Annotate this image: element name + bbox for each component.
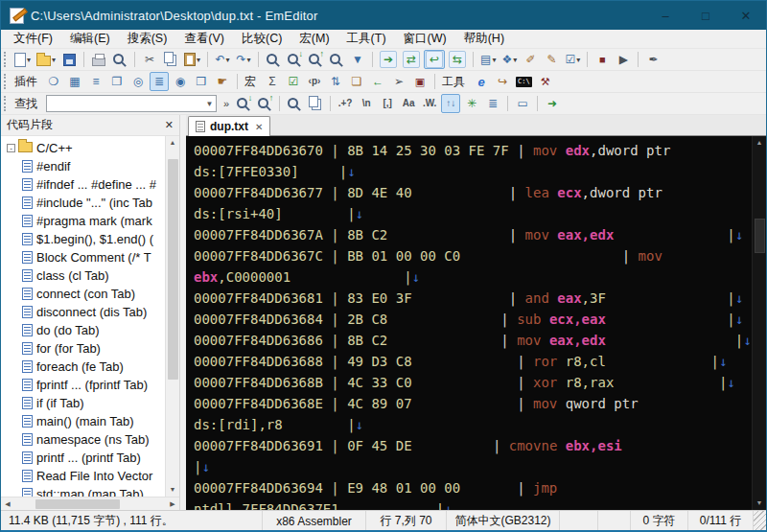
status-cell-1[interactable]: x86 Assembler [262,511,365,531]
plugin-window-list-button[interactable]: ❒ [192,72,211,91]
print-preview-button[interactable] [110,50,129,69]
macro-run-button[interactable]: ▶ [614,50,633,69]
status-cell-6[interactable]: 0 字符 [630,511,687,531]
menu-item-f[interactable]: 文件(F) [5,29,61,49]
scroll-thumb[interactable] [755,219,765,253]
plugin-open-documents-button[interactable]: ◉ [171,72,190,91]
tree-item-snippet[interactable]: printf ... (printf Tab) [5,449,165,467]
dropdown-arrow-icon[interactable]: ▾ [492,56,496,64]
menu-item-h[interactable]: 帮助(H) [455,29,513,49]
plugin-word-complete-button[interactable]: ☛ [213,72,232,91]
tree-item-root[interactable]: -C/C++ [5,139,165,157]
tool-hammer-button[interactable]: ⚒ [536,72,555,91]
tree-item-snippet[interactable]: #pragma mark (mark [5,212,165,230]
undo-button[interactable]: ↶▾ [213,50,232,69]
tree-item-snippet[interactable]: connect (con Tab) [5,285,165,303]
toolbar-overflow-chevron[interactable]: » [223,98,229,109]
maximize-button[interactable]: □ [686,1,726,30]
tree-item-snippet[interactable]: disconnect (dis Tab) [5,303,165,321]
macro-options-button[interactable]: ☑▾ [563,50,582,69]
macro-tag-button[interactable]: ‹p› [305,72,324,91]
tree-item-snippet[interactable]: Block Comment (/* T [5,248,165,266]
dropdown-arrow-icon[interactable]: ▾ [226,56,230,64]
menu-item-s[interactable]: 搜索(S) [119,29,176,49]
highlight-all-button[interactable]: ✳ [462,94,481,113]
menu-item-m[interactable]: 宏(M) [291,29,337,49]
status-cell-2[interactable]: 行 7,列 70 [365,511,446,531]
scroll-thumb[interactable] [168,159,178,380]
tree-item-snippet[interactable]: #endif [5,157,165,175]
tree-item-snippet[interactable]: #include "..." (inc Tab [5,194,165,212]
next-document-button[interactable]: ➜ [543,94,562,113]
snippets-horizontal-scrollbar[interactable]: ◀ ▶ [1,497,179,510]
scroll-right-icon[interactable]: ▶ [166,500,179,508]
menu-item-c[interactable]: 比较(C) [233,29,291,49]
search-direction-button[interactable]: ↑↓ [441,94,460,113]
tree-item-snippet[interactable]: class (cl Tab) [5,266,165,285]
dropdown-arrow-icon[interactable]: ▾ [513,56,517,64]
tool-exit-button[interactable]: ↪ [493,72,512,91]
editor-vertical-scrollbar[interactable]: ▲ ▼ [752,136,766,510]
find-next-button[interactable] [234,94,253,113]
plugin-explorer-button[interactable]: ❍ [44,72,63,91]
status-cell-4[interactable] [559,511,597,531]
tree-item-snippet[interactable]: for (for Tab) [5,339,165,358]
tree-item-snippet[interactable]: main() (main Tab) [5,412,165,430]
status-cell-5[interactable] [597,511,630,531]
plugin-search-button[interactable]: ◎ [128,72,148,91]
scroll-left-icon[interactable]: ◀ [1,500,14,508]
plugin-snippets-button[interactable]: ≣ [150,72,169,91]
expander-icon[interactable]: - [7,144,15,152]
copy-button[interactable] [161,50,180,69]
find-in-files-button[interactable] [285,50,304,69]
tab-close-icon[interactable]: ✕ [255,122,263,132]
redo-button[interactable]: ↷▾ [234,50,253,69]
status-cell-7[interactable]: 0/111 行 [687,511,753,531]
pin-button[interactable]: ✒ [643,50,662,69]
menu-item-v[interactable]: 查看(V) [175,29,233,49]
menu-item-t[interactable]: 工具(T) [338,29,395,49]
number-range-toggle-button[interactable]: [,] [378,94,397,113]
scroll-thumb[interactable] [35,499,120,509]
find-previous-button[interactable] [255,94,274,113]
toolbar-grip[interactable] [4,96,9,111]
regex-toggle-button[interactable]: .+? [336,94,355,113]
macro-select-button[interactable]: ➢ [389,72,408,91]
snippets-panel-close-icon[interactable]: ✕ [165,119,174,131]
tree-item-snippet[interactable]: #ifndef ... #define ... # [5,175,165,194]
tree-item-snippet[interactable]: fprintf ... (fprintf Tab) [5,376,165,394]
menu-item-w[interactable]: 窗口(W) [395,29,455,49]
wrap-by-characters-button[interactable]: ⇄ [401,50,422,69]
replace-in-files-button[interactable] [306,50,325,69]
snippets-vertical-scrollbar[interactable]: ▲ ▼ [165,136,179,497]
find-all-button[interactable] [285,94,304,113]
tree-item-snippet[interactable]: if (if Tab) [5,394,165,412]
macro-save-button[interactable]: ✎ [542,50,561,69]
grep-button[interactable] [327,50,346,69]
paste-button[interactable]: ▾ [182,50,202,69]
dropdown-arrow-icon[interactable]: ▾ [197,56,200,64]
scroll-down-icon[interactable]: ▼ [753,497,766,510]
whole-word-button[interactable]: .W. [420,94,439,113]
extract-matches-button[interactable] [306,94,325,113]
cut-button[interactable]: ✂ [140,50,159,69]
tree-item-snippet[interactable]: foreach (fe Tab) [5,358,165,376]
dropdown-arrow-icon[interactable]: ▾ [27,56,31,64]
tree-item-snippet[interactable]: namespace (ns Tab) [5,430,165,449]
print-button[interactable] [89,50,108,69]
tool-command-prompt-button[interactable]: C:\ [514,72,534,91]
tree-item-snippet[interactable]: $1.begin(), $1.end() ( [5,230,165,248]
dropdown-arrow-icon[interactable]: ▾ [52,56,56,64]
count-matches-button[interactable]: ≣ [483,94,502,113]
macro-book-button[interactable]: ❏ [347,72,366,91]
combobox-dropdown-icon[interactable]: ▼ [203,100,216,108]
tree-item-snippet[interactable]: do (do Tab) [5,321,165,339]
plugins-button[interactable]: ❖▾ [500,50,519,69]
tree-item-snippet[interactable]: std::map (map Tab) [5,485,165,497]
scroll-down-icon[interactable]: ▼ [166,483,179,497]
close-button[interactable]: ✕ [726,1,766,30]
toolbar-grip[interactable] [4,52,9,67]
focus-editor-button[interactable]: ▭ [513,94,532,113]
wrap-by-page-button[interactable]: ⇆ [447,50,468,69]
open-button[interactable]: ▾ [35,50,58,69]
